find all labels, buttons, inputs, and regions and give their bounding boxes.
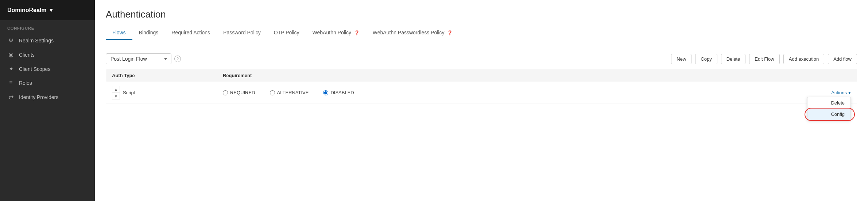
auth-type-cell: ▲ ▼ Script [106,82,217,103]
tab-bindings[interactable]: Bindings [132,26,165,40]
script-label: Script [123,90,135,95]
requirement-cell: REQUIRED ALTERNATIVE DISABLED [217,82,671,103]
flow-table: Auth Type Requirement ▲ ▼ Script [106,69,857,103]
actions-header [671,69,857,82]
required-radio[interactable] [223,90,228,95]
sidebar-item-roles[interactable]: ≡ Roles [0,76,95,90]
webauthn-help-icon: ❓ [354,30,360,35]
clients-icon: ◉ [7,51,15,58]
row-arrow-buttons: ▲ ▼ [112,86,120,99]
page-title: Authentication [106,9,857,20]
realm-name: DominoRealm [7,7,47,14]
flows-content: Post Login Flow Browser Direct Grant Reg… [95,40,868,201]
sidebar-item-realm-settings[interactable]: ⚙ Realm Settings [0,33,95,48]
flow-toolbar: Post Login Flow Browser Direct Grant Reg… [106,49,857,69]
sidebar-item-clients[interactable]: ◉ Clients [0,48,95,62]
alternative-radio-label[interactable]: ALTERNATIVE [270,90,309,95]
flow-select[interactable]: Post Login Flow Browser Direct Grant Reg… [106,53,171,64]
sidebar-item-label: Identity Providers [19,94,58,100]
table-row: ▲ ▼ Script REQUIRED [106,82,857,103]
identity-providers-icon: ⇄ [7,94,15,100]
webauthn-passwordless-help-icon: ❓ [447,30,453,35]
add-flow-button[interactable]: Add flow [828,54,857,64]
tab-required-actions[interactable]: Required Actions [165,26,217,40]
requirement-options: REQUIRED ALTERNATIVE DISABLED [223,90,666,95]
copy-button[interactable]: Copy [695,54,717,64]
configure-section-label: Configure [0,20,95,33]
disabled-radio-label[interactable]: DISABLED [323,90,354,95]
tab-otp-policy[interactable]: OTP Policy [267,26,306,40]
row-down-button[interactable]: ▼ [112,93,120,99]
row-up-button[interactable]: ▲ [112,86,120,92]
realm-selector[interactable]: DominoRealm ▾ [0,0,95,20]
auth-type-header: Auth Type [106,69,217,82]
realm-settings-icon: ⚙ [7,37,15,44]
actions-button[interactable]: Actions ▾ [831,88,851,97]
realm-chevron-icon: ▾ [50,7,53,14]
sidebar: DominoRealm ▾ Configure ⚙ Realm Settings… [0,0,95,201]
requirement-header: Requirement [217,69,671,82]
actions-cell: Actions ▾ Delete Config [671,82,857,103]
page-header: Authentication [95,0,868,26]
config-dropdown-item[interactable]: Config [807,109,850,120]
delete-dropdown-item[interactable]: Delete [807,97,850,109]
tab-webauthn-passwordless[interactable]: WebAuthn Passwordless Policy ❓ [366,26,460,40]
tab-flows[interactable]: Flows [106,26,132,40]
flow-select-wrap: Post Login Flow Browser Direct Grant Reg… [106,53,181,64]
sidebar-item-identity-providers[interactable]: ⇄ Identity Providers [0,90,95,104]
delete-button[interactable]: Delete [721,54,746,64]
actions-label: Actions [831,90,847,95]
sidebar-item-label: Client Scopes [19,66,50,72]
sidebar-item-label: Clients [19,52,35,58]
sidebar-item-client-scopes[interactable]: ✦ Client Scopes [0,62,95,76]
sidebar-item-label: Roles [19,80,32,86]
tabs-bar: Flows Bindings Required Actions Password… [95,26,868,40]
add-execution-button[interactable]: Add execution [783,54,824,64]
actions-chevron-icon: ▾ [848,90,851,95]
table-header-row: Auth Type Requirement [106,69,857,82]
roles-icon: ≡ [7,80,15,86]
actions-dropdown-menu: Delete Config [807,97,851,120]
sidebar-item-label: Realm Settings [19,38,54,43]
alternative-radio[interactable] [270,90,275,95]
main-content: Authentication Flows Bindings Required A… [95,0,868,201]
required-radio-label[interactable]: REQUIRED [223,90,255,95]
actions-dropdown-wrap: Actions ▾ Delete Config [831,88,851,97]
flow-help-icon: ? [174,56,181,62]
alternative-text: ALTERNATIVE [277,90,309,95]
tab-webauthn-policy[interactable]: WebAuthn Policy ❓ [306,26,366,40]
disabled-text: DISABLED [330,90,354,95]
new-button[interactable]: New [671,54,691,64]
required-text: REQUIRED [230,90,255,95]
disabled-radio[interactable] [323,90,328,95]
edit-flow-button[interactable]: Edit Flow [749,54,779,64]
tab-password-policy[interactable]: Password Policy [217,26,267,40]
client-scopes-icon: ✦ [7,65,15,72]
